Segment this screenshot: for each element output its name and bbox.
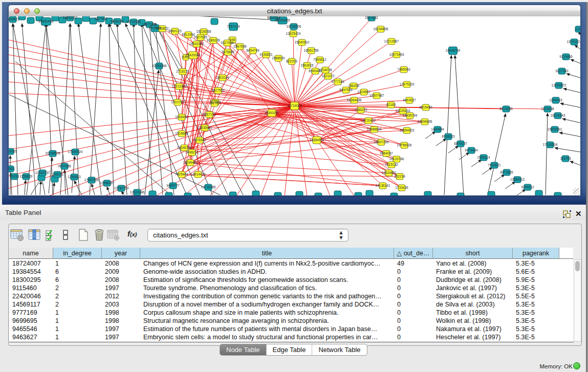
svg-text:17016504: 17016504 bbox=[543, 143, 558, 146]
svg-text:1588520: 1588520 bbox=[272, 56, 285, 60]
svg-text:9097588: 9097588 bbox=[58, 164, 71, 168]
svg-text:6497503: 6497503 bbox=[339, 88, 353, 92]
svg-text:21364436: 21364436 bbox=[347, 98, 362, 102]
svg-text:39153: 39153 bbox=[10, 174, 19, 178]
svg-text:7357224: 7357224 bbox=[227, 25, 240, 28]
svg-text:9146821: 9146821 bbox=[259, 53, 273, 56]
svg-text:8267130: 8267130 bbox=[203, 113, 216, 116]
svg-text:1112: 1112 bbox=[575, 27, 580, 31]
svg-text:9465777: 9465777 bbox=[166, 184, 180, 187]
svg-text:8878342: 8878342 bbox=[193, 138, 206, 142]
svg-text:7386372: 7386372 bbox=[354, 108, 367, 112]
svg-text:116753: 116753 bbox=[560, 157, 571, 160]
svg-text:1010755: 1010755 bbox=[171, 100, 184, 104]
svg-text:10719155: 10719155 bbox=[126, 20, 141, 24]
svg-text:1916685: 1916685 bbox=[175, 132, 188, 135]
svg-text:10958167: 10958167 bbox=[100, 181, 115, 185]
svg-text:6734028: 6734028 bbox=[319, 68, 332, 72]
svg-text:9129966: 9129966 bbox=[559, 55, 573, 58]
svg-text:16648784: 16648784 bbox=[446, 49, 461, 52]
svg-text:19524851: 19524851 bbox=[382, 171, 397, 174]
svg-text:18807299: 18807299 bbox=[374, 140, 389, 144]
svg-text:9474444: 9474444 bbox=[465, 148, 478, 152]
svg-text:7955812: 7955812 bbox=[313, 58, 326, 61]
svg-text:16961758: 16961758 bbox=[304, 49, 319, 52]
svg-text:8170: 8170 bbox=[211, 101, 219, 105]
svg-text:252214: 252214 bbox=[394, 174, 405, 178]
svg-text:12213967: 12213967 bbox=[384, 39, 399, 43]
svg-text:8912954: 8912954 bbox=[182, 33, 195, 36]
svg-text:10654112: 10654112 bbox=[510, 178, 525, 181]
svg-text:8660123: 8660123 bbox=[168, 29, 182, 33]
svg-text:1145191: 1145191 bbox=[51, 172, 64, 176]
svg-text:19218906: 19218906 bbox=[287, 25, 301, 28]
svg-text:12093872: 12093872 bbox=[552, 83, 567, 87]
svg-text:10973493: 10973493 bbox=[389, 53, 404, 56]
svg-text:1621072: 1621072 bbox=[321, 74, 335, 78]
svg-text:8427552: 8427552 bbox=[211, 89, 225, 92]
svg-text:13716485: 13716485 bbox=[201, 185, 216, 189]
svg-text:9327505: 9327505 bbox=[194, 35, 207, 39]
svg-text:17957255: 17957255 bbox=[84, 178, 99, 182]
svg-text:8454749: 8454749 bbox=[246, 49, 259, 52]
svg-text:10688609: 10688609 bbox=[367, 127, 382, 131]
svg-text:2087682: 2087682 bbox=[365, 16, 378, 19]
svg-text:15226058: 15226058 bbox=[197, 30, 211, 33]
svg-text:6879197: 6879197 bbox=[454, 142, 467, 145]
svg-text:1405572: 1405572 bbox=[9, 17, 19, 21]
svg-text:10782759: 10782759 bbox=[114, 186, 129, 190]
svg-text:15692991: 15692991 bbox=[548, 127, 562, 131]
svg-text:3875685: 3875685 bbox=[221, 50, 234, 54]
svg-text:8186328: 8186328 bbox=[207, 38, 220, 42]
svg-text:83501: 83501 bbox=[9, 167, 15, 170]
svg-text:14914479: 14914479 bbox=[191, 172, 206, 176]
svg-text:12342737: 12342737 bbox=[35, 171, 50, 174]
svg-text:8938923: 8938923 bbox=[442, 135, 455, 138]
svg-text:9884067: 9884067 bbox=[380, 151, 393, 155]
svg-text:1324557: 1324557 bbox=[357, 90, 371, 94]
svg-text:18724007: 18724007 bbox=[287, 104, 302, 107]
svg-text:19384554: 19384554 bbox=[310, 138, 324, 142]
svg-text:17359924: 17359924 bbox=[68, 150, 83, 154]
svg-text:20053346: 20053346 bbox=[152, 64, 167, 68]
svg-text:9227343: 9227343 bbox=[555, 69, 569, 73]
svg-text:62160: 62160 bbox=[386, 103, 396, 106]
svg-text:15751074: 15751074 bbox=[567, 40, 580, 43]
svg-text:8471626: 8471626 bbox=[500, 170, 513, 174]
svg-text:9777169: 9777169 bbox=[331, 80, 344, 83]
svg-text:13325419: 13325419 bbox=[286, 32, 301, 35]
svg-text:1250513: 1250513 bbox=[68, 175, 81, 179]
svg-text:1562615: 1562615 bbox=[300, 63, 314, 67]
svg-text:12975115: 12975115 bbox=[400, 82, 415, 86]
svg-text:2935114: 2935114 bbox=[477, 156, 490, 159]
svg-text:8215955: 8215955 bbox=[499, 107, 513, 111]
svg-text:14136141: 14136141 bbox=[376, 184, 390, 187]
svg-text:10899695: 10899695 bbox=[418, 120, 432, 123]
svg-text:16671355: 16671355 bbox=[142, 23, 157, 26]
svg-text:16210643: 16210643 bbox=[551, 114, 565, 117]
svg-text:13535941: 13535941 bbox=[198, 126, 212, 129]
svg-text:7663822: 7663822 bbox=[156, 27, 169, 30]
svg-text:1327602: 1327602 bbox=[94, 17, 107, 20]
svg-text:16120746: 16120746 bbox=[389, 157, 404, 161]
svg-text:12923446: 12923446 bbox=[130, 190, 145, 194]
svg-text:9390: 9390 bbox=[182, 55, 190, 59]
svg-text:10653267: 10653267 bbox=[63, 16, 78, 19]
svg-text:16053809: 16053809 bbox=[275, 18, 290, 22]
svg-text:10025433: 10025433 bbox=[396, 109, 410, 113]
svg-text:7625402: 7625402 bbox=[175, 172, 188, 176]
svg-text:10046786: 10046786 bbox=[177, 146, 192, 149]
svg-text:15720407: 15720407 bbox=[361, 119, 376, 122]
svg-text:822203: 822203 bbox=[286, 59, 297, 63]
svg-text:20206578: 20206578 bbox=[46, 151, 60, 155]
svg-text:1440954: 1440954 bbox=[431, 127, 444, 131]
svg-text:13495794: 13495794 bbox=[403, 114, 418, 117]
svg-text:1244415: 1244415 bbox=[549, 98, 562, 102]
svg-text:9515460: 9515460 bbox=[419, 105, 432, 109]
svg-text:2867608: 2867608 bbox=[233, 45, 247, 48]
svg-text:7632621: 7632621 bbox=[488, 163, 501, 167]
svg-text:2616055: 2616055 bbox=[9, 149, 17, 153]
svg-text:10507487: 10507487 bbox=[369, 94, 384, 97]
svg-text:1065492: 1065492 bbox=[175, 115, 188, 119]
svg-text:16543382: 16543382 bbox=[189, 42, 204, 46]
